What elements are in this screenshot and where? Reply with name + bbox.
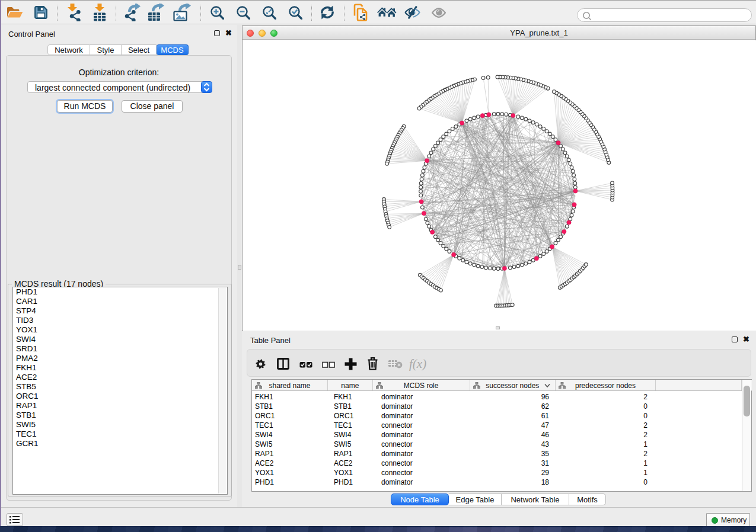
svg-text:f(x): f(x): [409, 357, 426, 371]
